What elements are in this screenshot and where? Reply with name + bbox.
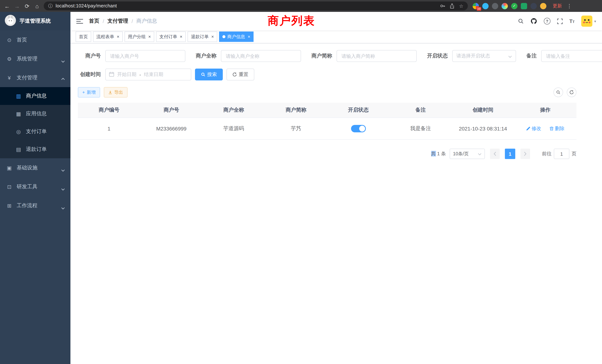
goto-page-input[interactable] <box>554 149 569 159</box>
plus-icon: + <box>82 90 85 95</box>
total-prefix: 共 <box>431 151 436 156</box>
extension-icon[interactable] <box>521 3 527 9</box>
prev-page-button[interactable] <box>490 149 500 159</box>
pagination-jumper: 前往 页 <box>542 149 576 159</box>
tab-refund-order[interactable]: 退款订单× <box>188 32 217 42</box>
home-button[interactable]: ⌂ <box>34 3 40 9</box>
close-icon[interactable]: × <box>180 34 182 39</box>
extension-icon[interactable] <box>492 3 498 9</box>
password-key-icon[interactable] <box>440 3 445 9</box>
add-button[interactable]: + 新增 <box>78 87 100 97</box>
sidebar-item-app-info[interactable]: ▦ 应用信息 <box>0 105 70 123</box>
refresh-icon <box>569 90 574 95</box>
cell-merchant-id: 1 <box>78 118 140 139</box>
sidebar-item-infrastructure[interactable]: ▣ 基础设施 <box>0 158 70 177</box>
extension-badge: 10 <box>476 7 481 11</box>
col-merchant-id: 商户编号 <box>78 103 140 118</box>
bookmark-star-icon[interactable]: ☆ <box>459 3 463 9</box>
create-time-range-picker[interactable]: 开始日期 - 结束日期 <box>105 69 191 80</box>
sidebar-item-dev-tools[interactable]: ⊡ 研发工具 <box>0 177 70 196</box>
page-number-1[interactable]: 1 <box>505 149 515 159</box>
browser-menu-icon[interactable]: ⋮ <box>567 3 572 9</box>
breadcrumb-home[interactable]: 首页 <box>89 18 99 24</box>
reload-button[interactable]: ⟳ <box>24 3 30 9</box>
extension-icon[interactable] <box>502 3 508 9</box>
merchant-no-input[interactable] <box>105 50 185 62</box>
sidebar-item-refund-order[interactable]: ▤ 退款订单 <box>0 140 70 158</box>
cell-create-time: 2021-10-23 08:31:14 <box>452 118 514 139</box>
tab-home[interactable]: 首页 <box>76 32 91 42</box>
sidebar-item-label: 应用信息 <box>26 110 47 117</box>
extension-icon[interactable] <box>530 3 537 9</box>
user-avatar[interactable]: ▾ <box>581 16 596 27</box>
next-page-button[interactable] <box>520 149 530 159</box>
close-icon[interactable]: × <box>211 34 214 39</box>
col-create-time: 创建时间 <box>452 103 514 118</box>
search-icon[interactable] <box>518 18 524 24</box>
extension-icon[interactable]: ✓ <box>511 3 517 9</box>
search-icon <box>556 90 560 95</box>
col-remark: 备注 <box>389 103 452 118</box>
app-title: 芋道管理系统 <box>20 18 51 24</box>
back-button[interactable]: ← <box>4 3 10 9</box>
close-icon[interactable]: × <box>148 34 151 39</box>
hamburger-icon[interactable] <box>76 18 83 24</box>
edit-link[interactable]: 修改 <box>526 125 541 132</box>
status-toggle[interactable] <box>351 125 366 132</box>
col-actions: 操作 <box>514 103 576 118</box>
forward-button[interactable]: → <box>14 3 20 9</box>
close-icon[interactable]: × <box>117 34 119 39</box>
sidebar-item-merchant-info[interactable]: ▥ 商户信息 <box>0 87 70 105</box>
sidebar-item-payment[interactable]: ¥ 支付管理 <box>0 68 70 87</box>
close-icon[interactable]: × <box>248 34 250 39</box>
tab-merchant-info[interactable]: 商户信息× <box>219 32 254 42</box>
github-icon[interactable] <box>530 18 537 24</box>
export-button[interactable]: 导出 <box>104 87 128 97</box>
extension-icon[interactable]: 10 <box>473 3 479 9</box>
share-icon[interactable] <box>450 3 455 9</box>
tab-user-group[interactable]: 用户分组× <box>125 32 154 42</box>
fullscreen-icon[interactable] <box>557 18 563 24</box>
active-dot <box>222 35 225 38</box>
cell-status <box>327 118 389 139</box>
end-date-placeholder[interactable]: 结束日期 <box>144 71 163 78</box>
breadcrumb-payment[interactable]: 支付管理 <box>108 18 128 24</box>
sidebar-item-home[interactable]: ⊙ 首页 <box>0 30 70 49</box>
page-size-select[interactable]: 10条/页 <box>450 149 485 159</box>
update-button[interactable]: 更新 <box>553 3 562 9</box>
reset-button[interactable]: 重置 <box>226 69 254 80</box>
short-name-input[interactable] <box>337 50 417 62</box>
merchant-name-input[interactable] <box>221 50 301 62</box>
payment-submenu: ▥ 商户信息 ▦ 应用信息 ◎ 支付订单 ▤ 退款订单 <box>0 87 70 158</box>
chevron-left-icon <box>493 152 496 156</box>
tab-process-form[interactable]: 流程表单× <box>93 32 123 42</box>
delete-link[interactable]: 删除 <box>549 125 565 132</box>
remark-label: 备注 <box>526 53 537 59</box>
tab-pay-order[interactable]: 支付订单× <box>156 32 186 42</box>
tab-label: 用户分组 <box>128 33 146 40</box>
col-merchant-name: 商户全称 <box>203 103 265 118</box>
breadcrumb-separator: / <box>132 18 133 24</box>
app-logo[interactable]: 芋道管理系统 <box>0 12 70 30</box>
refresh-table-button[interactable] <box>567 87 576 97</box>
font-size-icon[interactable]: TT <box>569 19 575 24</box>
address-bar[interactable]: ⓘ localhost:1024/pay/merchant ☆ <box>44 1 468 10</box>
col-short-name: 商户简称 <box>265 103 327 118</box>
start-date-placeholder[interactable]: 开始日期 <box>117 71 136 78</box>
toggle-search-button[interactable] <box>553 87 563 97</box>
remark-input[interactable] <box>541 50 602 62</box>
breadcrumb-separator: / <box>103 18 104 24</box>
search-button[interactable]: 搜索 <box>195 69 223 80</box>
cell-short-name: 芋艿 <box>265 118 327 139</box>
sidebar-item-system[interactable]: ⚙ 系统管理 <box>0 49 70 68</box>
browser-profile-avatar[interactable] <box>540 3 546 9</box>
sidebar-item-workflow[interactable]: ⊞ 工作流程 <box>0 196 70 215</box>
tab-label: 退款订单 <box>191 33 209 40</box>
help-icon[interactable]: ? <box>544 18 550 24</box>
table-row: 1 M233666999 芋道源码 芋艿 我是备注 2021-10-23 08:… <box>78 118 576 139</box>
extension-icon[interactable] <box>482 3 489 9</box>
sidebar-item-pay-order[interactable]: ◎ 支付订单 <box>0 123 70 140</box>
sidebar-item-label: 基础设施 <box>17 164 37 171</box>
status-select[interactable]: 请选择开启状态 <box>452 50 516 62</box>
site-info-icon[interactable]: ⓘ <box>48 4 53 8</box>
